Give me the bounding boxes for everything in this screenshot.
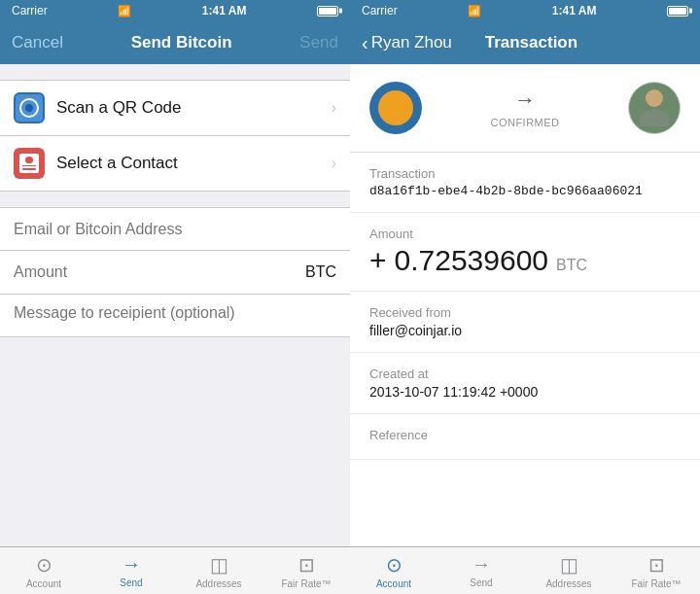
tab-fairrate-2[interactable]: ⊡ Fair Rate™ <box>612 547 700 594</box>
cancel-button[interactable]: Cancel <box>12 33 63 52</box>
scan-qr-label: Scan a QR Code <box>56 98 332 118</box>
wifi-icon-1: 📶 <box>118 5 131 17</box>
addresses-icon-1: ◫ <box>210 553 228 577</box>
txn-id-section: Transaction d8a16f1b-ebe4-4b2b-8bde-bc96… <box>350 153 700 213</box>
time-2: 1:41 AM <box>552 4 597 17</box>
tab-addresses-1[interactable]: ◫ Addresses <box>175 547 262 594</box>
amount-input[interactable] <box>14 263 298 281</box>
amount-label: Amount <box>369 227 681 241</box>
tab-send-1[interactable]: → Send <box>88 547 175 594</box>
battery-1 <box>317 6 338 17</box>
tab-addresses-2[interactable]: ◫ Addresses <box>525 547 612 594</box>
reference-label: Reference <box>369 428 681 442</box>
battery-fill-2 <box>669 8 686 15</box>
send-icon-2: → <box>472 553 491 576</box>
txn-id-label: Transaction <box>369 166 681 181</box>
status-bar-1: Carrier 📶 1:41 AM <box>0 0 350 21</box>
contact-line-1 <box>22 165 36 167</box>
transaction-content: Transaction d8a16f1b-ebe4-4b2b-8bde-bc96… <box>350 153 700 546</box>
scan-qr-row[interactable]: Scan a QR Code › <box>0 81 350 136</box>
avatar-inner-circle <box>378 90 413 125</box>
created-at-value: 2013-10-07 11:19:42 +0000 <box>369 384 681 400</box>
fairrate-label-2: Fair Rate™ <box>631 578 681 589</box>
txn-id-value: d8a16f1b-ebe4-4b2b-8bde-bc966aa06021 <box>369 184 681 198</box>
amount-input-row: BTC <box>0 251 350 294</box>
tab-bar-1: ⊙ Account → Send ◫ Addresses ⊡ Fair Rate… <box>0 546 350 594</box>
transaction-title: Transaction <box>485 33 578 52</box>
account-icon-2: ⊙ <box>386 553 402 577</box>
received-from-label: Received from <box>369 305 681 320</box>
email-input-row <box>0 208 350 251</box>
select-contact-row[interactable]: Select a Contact › <box>0 136 350 191</box>
battery-icon <box>317 6 338 17</box>
person-body <box>640 109 669 126</box>
memo-row <box>0 295 350 337</box>
confirmed-label: CONFIRMED <box>490 117 559 128</box>
send-bitcoin-title: Send Bitcoin <box>131 33 232 52</box>
tab-send-2[interactable]: → Send <box>438 547 525 594</box>
blank-area <box>0 337 350 546</box>
phone-transaction: Carrier 📶 1:41 AM ‹ Ryan Zhou Transactio… <box>350 0 700 594</box>
carrier-1: Carrier <box>12 4 48 17</box>
arrow-icon: → <box>514 87 536 113</box>
created-at-label: Created at <box>369 367 681 381</box>
chevron-icon-qr: › <box>332 99 336 117</box>
transaction-header: → CONFIRMED <box>350 64 700 153</box>
addresses-label-2: Addresses <box>545 578 591 589</box>
contact-line-2 <box>22 168 36 170</box>
nav-bar-2: ‹ Ryan Zhou Transaction <box>350 21 700 64</box>
tab-account-2[interactable]: ⊙ Account <box>350 547 438 594</box>
created-at-section: Created at 2013-10-07 11:19:42 +0000 <box>350 353 700 414</box>
account-label-1: Account <box>26 578 61 589</box>
received-from-section: Received from filler@coinjar.io <box>350 292 700 353</box>
nav-bar-1: Cancel Send Bitcoin Send <box>0 21 350 64</box>
send-label-2: Send <box>470 577 492 588</box>
amount-value: + 0.72539600 BTC <box>369 244 681 277</box>
qr-icon <box>14 92 45 123</box>
action-table: Scan a QR Code › Select a Contact › <box>0 80 350 192</box>
send-icon-1: → <box>122 553 141 576</box>
person-silhouette <box>640 89 669 126</box>
time-1: 1:41 AM <box>202 4 247 17</box>
contact-circle <box>25 157 33 163</box>
send-content: Scan a QR Code › Select a Contact › <box>0 64 350 546</box>
email-bitcoin-input[interactable] <box>14 221 336 238</box>
select-contact-label: Select a Contact <box>56 154 332 173</box>
back-arrow-icon: ‹ <box>362 32 368 54</box>
nav2-title-wrap: Transaction <box>485 33 578 52</box>
amount-currency: BTC <box>556 257 587 274</box>
back-label: Ryan Zhou <box>371 33 452 52</box>
phone-send-bitcoin: Carrier 📶 1:41 AM Cancel Send Bitcoin Se… <box>0 0 350 594</box>
wifi-icon-2: 📶 <box>468 5 481 17</box>
sender-avatar <box>369 82 422 134</box>
tab-account-1[interactable]: ⊙ Account <box>0 547 88 594</box>
contact-book <box>19 154 39 173</box>
recipient-avatar <box>628 82 681 134</box>
tab-bar-2: ⊙ Account → Send ◫ Addresses ⊡ Fair Rate… <box>350 546 700 594</box>
send-button[interactable]: Send <box>299 33 338 52</box>
battery-fill <box>319 8 336 15</box>
amount-section: Amount + 0.72539600 BTC <box>350 213 700 292</box>
addresses-icon-2: ◫ <box>560 553 578 577</box>
fairrate-icon-1: ⊡ <box>298 553 315 577</box>
carrier-2: Carrier <box>362 4 398 17</box>
chevron-icon-contact: › <box>332 155 336 172</box>
battery-2 <box>667 6 688 17</box>
account-label-2: Account <box>376 578 411 589</box>
tab-fairrate-1[interactable]: ⊡ Fair Rate™ <box>262 547 350 594</box>
send-label-1: Send <box>120 577 142 588</box>
message-input[interactable] <box>14 304 336 322</box>
account-icon-1: ⊙ <box>36 553 52 577</box>
received-from-value: filler@coinjar.io <box>369 323 681 338</box>
status-bar-2: Carrier 📶 1:41 AM <box>350 0 700 21</box>
addresses-label-1: Addresses <box>195 578 241 589</box>
amount-prefix: + <box>369 244 387 277</box>
reference-section: Reference <box>350 414 700 460</box>
amount-number: 0.72539600 <box>395 244 549 277</box>
confirmed-status: → CONFIRMED <box>490 87 559 128</box>
fairrate-icon-2: ⊡ <box>648 553 665 577</box>
back-button[interactable]: ‹ Ryan Zhou <box>362 32 452 54</box>
person-head <box>646 89 663 107</box>
currency-label: BTC <box>305 263 336 281</box>
qr-pupil <box>25 104 33 112</box>
